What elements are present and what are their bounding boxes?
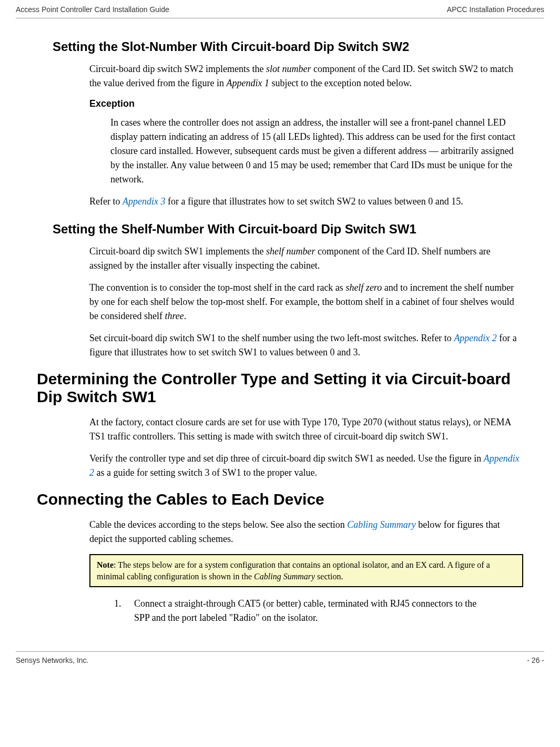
appendix-3-link[interactable]: Appendix 3 bbox=[123, 196, 165, 207]
exception-text: In cases where the controller does not a… bbox=[110, 116, 523, 187]
section2-p2: The convention is to consider the top-mo… bbox=[89, 281, 523, 323]
steps-list: Connect a straight-through CAT5 (or bett… bbox=[113, 597, 523, 625]
section2-heading: Setting the Shelf-Number With Circuit-bo… bbox=[53, 222, 523, 237]
note-box: Note: The steps below are for a system c… bbox=[89, 554, 523, 587]
section2-p3: Set circuit-board dip switch SW1 to the … bbox=[89, 331, 523, 360]
section4-p1: Cable the devices according to the steps… bbox=[89, 518, 523, 546]
section4-heading: Connecting the Cables to Each Device bbox=[37, 490, 523, 508]
section1-p2: Refer to Appendix 3 for a figure that il… bbox=[89, 195, 523, 209]
step-1: Connect a straight-through CAT5 (or bett… bbox=[124, 597, 523, 625]
page-footer: Sensys Networks, Inc. - 26 - bbox=[16, 651, 544, 664]
header-left: Access Point Controller Card Installatio… bbox=[16, 5, 169, 14]
exception-heading: Exception bbox=[89, 98, 523, 109]
page-header: Access Point Controller Card Installatio… bbox=[16, 5, 544, 18]
footer-left: Sensys Networks, Inc. bbox=[16, 656, 89, 664]
section1-heading: Setting the Slot-Number With Circuit-boa… bbox=[53, 39, 523, 54]
appendix-2-link[interactable]: Appendix 2 bbox=[454, 333, 496, 343]
footer-right: - 26 - bbox=[527, 656, 544, 664]
section1-p1: Circuit-board dip switch SW2 implements … bbox=[89, 62, 523, 90]
section3-p1: At the factory, contact closure cards ar… bbox=[89, 415, 523, 444]
section3-heading: Determining the Controller Type and Sett… bbox=[37, 370, 523, 406]
cabling-summary-link[interactable]: Cabling Summary bbox=[347, 519, 416, 530]
section2-p1: Circuit-board dip switch SW1 implements … bbox=[89, 244, 523, 273]
header-right: APCC Installation Procedures bbox=[447, 5, 544, 14]
section3-p2: Verify the controller type and set dip t… bbox=[89, 452, 523, 480]
note-text: Note: The steps below are for a system c… bbox=[97, 559, 516, 582]
